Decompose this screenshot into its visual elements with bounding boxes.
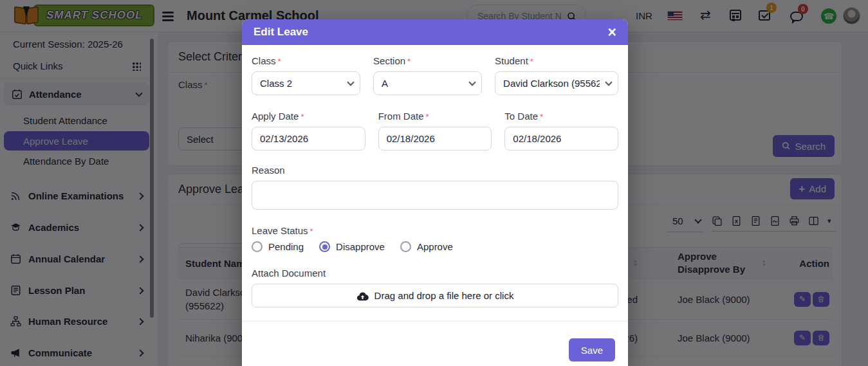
chevron-down-icon [342,72,360,95]
required-asterisk: * [407,57,411,66]
modal-footer: Save [242,321,628,366]
reason-input[interactable] [252,181,618,210]
radio-disapprove[interactable]: Disapprove [319,241,385,252]
required-asterisk: * [426,112,429,122]
student-select[interactable]: David Clarkson (955622) [495,71,618,95]
reason-label: Reason [252,165,618,176]
chevron-down-icon [463,72,481,95]
student-field: Student* David Clarkson (955622) [495,55,618,95]
leave-status-field: Leave Status* Pending Disapprove Approve [242,225,628,252]
apply-date-field: Apply Date* 02/13/2026 [252,111,365,151]
from-date-input[interactable]: 02/18/2026 [378,127,492,151]
leave-status-label: Leave Status* [252,225,618,236]
close-icon[interactable]: × [608,25,616,40]
edit-leave-modal: Edit Leave × Class* Class 2 Section* A S… [242,19,628,366]
required-asterisk: * [300,112,304,122]
chevron-down-icon [600,72,618,95]
section-field: Section* A [373,55,482,95]
to-date-input[interactable]: 02/18/2026 [504,127,618,151]
reason-field: Reason [242,165,628,212]
to-date-field: To Date* 02/18/2026 [504,111,618,151]
file-dropzone[interactable]: Drag and drop a file here or click [252,284,618,307]
required-asterisk: * [540,112,543,122]
cloud-upload-icon [356,291,369,301]
from-date-field: From Date* 02/18/2026 [378,111,492,151]
class-select[interactable]: Class 2 [252,71,360,95]
radio-circle [319,241,330,252]
apply-date-input[interactable]: 02/13/2026 [252,127,365,151]
attach-document-field: Attach Document Drag and drop a file her… [242,268,628,307]
modal-header: Edit Leave × [242,19,628,45]
radio-approve[interactable]: Approve [400,241,453,252]
radio-circle [252,241,263,252]
radio-pending[interactable]: Pending [252,241,304,252]
save-button[interactable]: Save [569,338,615,361]
required-asterisk: * [530,57,533,66]
section-select[interactable]: A [373,71,482,95]
required-asterisk: * [310,226,313,236]
app-window: SMART SCHOOL Mount Carmel School INR ⇄ 1… [0,0,868,366]
radio-circle [400,241,411,252]
modal-title: Edit Leave [254,26,608,39]
attach-document-label: Attach Document [252,268,618,279]
required-asterisk: * [278,57,281,66]
class-field: Class* Class 2 [252,55,360,95]
